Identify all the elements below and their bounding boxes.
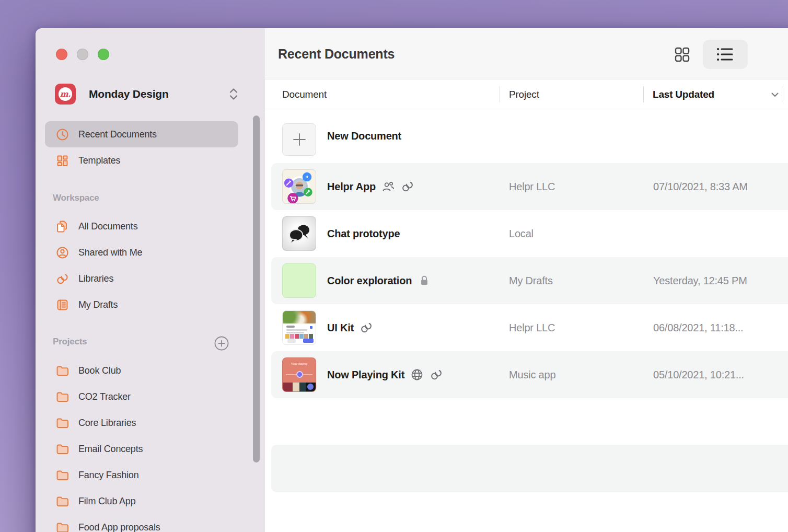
view-toggle [667, 40, 748, 69]
last-updated-cell: Yesterday, 12:45 PM [653, 257, 747, 304]
chain-icon [401, 180, 414, 193]
sidebar-item-label: All Documents [78, 221, 137, 232]
workspace-switcher[interactable]: m. Monday Design [55, 84, 248, 105]
globe-icon [410, 368, 424, 381]
sidebar-scrollbar[interactable] [253, 115, 260, 462]
column-header-project[interactable]: Project [509, 79, 539, 109]
workspace-name: Monday Design [89, 88, 228, 100]
document-thumbnail-chat-bubbles [282, 216, 316, 251]
folder-icon [55, 521, 69, 532]
chevrons-updown-icon [228, 87, 239, 101]
document-row-now-playing-kit[interactable]: Now playing Now Playing Kit [265, 351, 788, 398]
new-document-label: New Document [327, 130, 401, 142]
sidebar-item-label: Libraries [78, 273, 113, 284]
document-thumbnail-music-player: Now playing [282, 357, 316, 392]
column-divider [643, 86, 644, 102]
last-updated-cell: 07/10/2021, 8:33 AM [653, 163, 748, 210]
zoom-window-button[interactable] [98, 49, 109, 60]
project-cell: Helpr LLC [509, 163, 555, 210]
sidebar-item-food-app-proposals[interactable]: Food App proposals [36, 514, 265, 532]
last-updated-cell: 05/10/2021, 10:21... [653, 351, 744, 398]
sidebar-item-label: Core Libraries [78, 418, 136, 429]
document-row-chat-prototype[interactable]: Chat prototype Local [265, 210, 788, 257]
folder-icon [55, 468, 69, 482]
lock-icon [418, 274, 431, 287]
sidebar-item-label: Book Club [78, 365, 121, 376]
folder-icon [55, 442, 69, 456]
project-cell: Helpr LLC [509, 304, 555, 351]
page-title: Recent Documents [278, 28, 395, 79]
sidebar-item-book-club[interactable]: Book Club [36, 357, 265, 384]
plus-icon[interactable] [282, 123, 316, 156]
document-row-helpr-app[interactable]: ✦ Helpr App [265, 163, 788, 210]
workspace-section-items: All Documents Shared with Me [36, 213, 265, 318]
chevron-down-icon[interactable] [769, 79, 781, 109]
sidebar-item-label: My Drafts [78, 299, 118, 310]
document-thumbnail-web-page [282, 310, 316, 345]
column-header-last-updated[interactable]: Last Updated [653, 79, 714, 109]
grid-view-icon [674, 46, 691, 63]
sidebar-item-co2-tracker[interactable]: CO2 Tracker [36, 384, 265, 410]
document-row-color-exploration[interactable]: Color exploration My Drafts Yesterday, 1… [265, 257, 788, 304]
documents-icon [55, 219, 69, 234]
sidebar-item-label: Film Club App [78, 496, 135, 507]
sidebar-nav: Recent Documents Templates [36, 121, 265, 174]
sidebar-item-templates[interactable]: Templates [36, 147, 265, 174]
minimize-window-button[interactable] [77, 49, 88, 60]
sidebar-item-film-club-app[interactable]: Film Club App [36, 488, 265, 514]
window-controls [56, 49, 109, 60]
sidebar-item-label: Email Concepts [78, 444, 143, 455]
sidebar-item-libraries[interactable]: Libraries [36, 265, 265, 292]
add-project-button[interactable] [214, 336, 229, 351]
column-header-document[interactable]: Document [282, 79, 327, 109]
section-header-workspace: Workspace [53, 193, 99, 203]
person-icon [55, 246, 69, 260]
document-name: UI Kit [327, 322, 354, 334]
sidebar-item-label: Recent Documents [78, 129, 157, 140]
document-name: Color exploration [327, 275, 412, 287]
thumbnail-now-playing-label: Now playing [283, 362, 316, 365]
sidebar-item-label: CO2 Tracker [78, 391, 131, 402]
chain-icon [430, 368, 443, 381]
sidebar-item-label: Shared with Me [78, 247, 142, 258]
list-view-icon [716, 47, 734, 62]
people-icon [381, 180, 395, 193]
thumbnail-swatches [285, 334, 313, 339]
document-name: Now Playing Kit [327, 369, 404, 381]
sidebar-item-recent-documents[interactable]: Recent Documents [36, 121, 265, 147]
sidebar-item-email-concepts[interactable]: Email Concepts [36, 436, 265, 462]
workspace-logo: m. [55, 84, 76, 105]
last-updated-cell: 06/08/2021, 11:18... [653, 304, 743, 351]
grid-view-button[interactable] [667, 40, 697, 69]
close-window-button[interactable] [56, 49, 67, 60]
new-document-row[interactable]: New Document [265, 109, 788, 163]
document-row-ui-kit[interactable]: UI Kit Helpr LLC 06/08/2021, 11:18... [265, 304, 788, 351]
svg-text:✦: ✦ [305, 174, 309, 180]
list-view-button[interactable] [703, 40, 748, 69]
folder-icon [55, 494, 69, 508]
sidebar-item-label: Templates [78, 155, 120, 166]
document-thumbnail-avatar-stickers: ✦ [282, 169, 316, 204]
document-name: Helpr App [327, 181, 376, 193]
sidebar-item-fancy-fashion[interactable]: Fancy Fashion [36, 462, 265, 488]
sidebar-item-label: Food App proposals [78, 522, 160, 532]
templates-icon [55, 154, 69, 168]
empty-row-placeholder [271, 445, 788, 492]
column-divider [782, 86, 782, 102]
sidebar: m. Monday Design Recent Documents [36, 28, 265, 532]
project-cell: Local [509, 210, 534, 257]
column-divider [500, 86, 500, 102]
sidebar-item-shared-with-me[interactable]: Shared with Me [36, 239, 265, 265]
document-thumbnail-green-swatch [282, 263, 316, 298]
sidebar-item-my-drafts[interactable]: My Drafts [36, 292, 265, 318]
workspace-logo-letter: m. [59, 87, 72, 101]
sidebar-item-all-documents[interactable]: All Documents [36, 213, 265, 239]
document-name: Chat prototype [327, 228, 400, 240]
table-header: Document Project Last Updated [265, 79, 788, 109]
projects-section-items: Book Club CO2 Tracker Core Libraries Ema… [36, 357, 265, 532]
app-window: m. Monday Design Recent Documents [36, 28, 788, 532]
project-cell: My Drafts [509, 257, 553, 304]
main-header: Recent Documents [265, 28, 788, 79]
sidebar-item-core-libraries[interactable]: Core Libraries [36, 410, 265, 436]
thumbnail-photo [283, 311, 316, 323]
